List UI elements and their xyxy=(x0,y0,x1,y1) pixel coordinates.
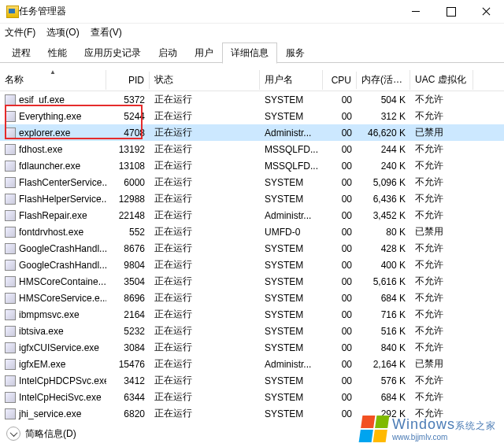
cell-user: SYSTEM xyxy=(260,341,323,355)
tab-5[interactable]: 详细信息 xyxy=(222,42,277,64)
cell-mem: 46,620 K xyxy=(357,126,410,140)
process-name: HMSCoreService.e... xyxy=(19,293,106,304)
table-row[interactable]: igfxEM.exe15476正在运行Administr...002,164 K… xyxy=(0,356,504,372)
cell-mem: 400 K xyxy=(357,258,410,272)
process-icon xyxy=(5,293,16,304)
process-icon xyxy=(5,392,16,403)
process-name: HMSCoreContaine... xyxy=(19,276,106,287)
cell-mem: 684 K xyxy=(357,390,410,405)
cell-pid: 3412 xyxy=(106,374,150,388)
process-name: jhi_service.exe xyxy=(19,408,81,419)
process-icon xyxy=(5,309,16,320)
cell-user: SYSTEM xyxy=(260,390,323,405)
cell-pid: 552 xyxy=(106,225,150,239)
table-row[interactable]: GoogleCrashHandl...8676正在运行SYSTEM00428 K… xyxy=(0,240,504,257)
cell-uac: 已禁用 xyxy=(410,224,473,240)
table-row[interactable]: IntelCpHeciSvc.exe6344正在运行SYSTEM00684 K不… xyxy=(0,389,504,405)
cell-mem: 5,096 K xyxy=(357,175,410,190)
cell-status: 正在运行 xyxy=(150,141,260,157)
tab-3[interactable]: 启动 xyxy=(150,42,186,64)
cell-mem: 840 K xyxy=(357,341,410,355)
col-name[interactable]: ▲名称 xyxy=(0,70,106,90)
menu-bar: 文件(F) 选项(O) 查看(V) xyxy=(0,24,504,41)
tab-2[interactable]: 应用历史记录 xyxy=(76,42,150,64)
table-row[interactable]: ibtsiva.exe5232正在运行SYSTEM00516 K不允许 xyxy=(0,323,504,339)
col-cpu[interactable]: CPU xyxy=(323,72,357,89)
table-row[interactable]: FlashHelperService...12988正在运行SYSTEM006,… xyxy=(0,190,504,207)
col-mem[interactable]: 内存(活动... xyxy=(357,70,410,90)
process-name: FlashCenterService... xyxy=(19,177,106,188)
minimize-button[interactable] xyxy=(398,0,433,24)
cell-status: 正在运行 xyxy=(150,174,260,190)
cell-user: Administr... xyxy=(260,126,323,140)
table-row[interactable]: HMSCoreContaine...3504正在运行SYSTEM005,616 … xyxy=(0,273,504,290)
table-row[interactable]: HMSCoreService.e...8696正在运行SYSTEM00684 K… xyxy=(0,290,504,306)
table-row[interactable]: fdhost.exe13192正在运行MSSQLFD...00244 K不允许 xyxy=(0,141,504,157)
cell-cpu: 00 xyxy=(323,275,357,289)
tab-0[interactable]: 进程 xyxy=(3,42,39,64)
cell-mem: 2,164 K xyxy=(357,357,410,371)
cell-user: MSSQLFD... xyxy=(260,142,323,157)
process-icon xyxy=(5,194,16,205)
table-row[interactable]: igfxCUIService.exe3084正在运行SYSTEM00840 K不… xyxy=(0,339,504,356)
cell-status: 正在运行 xyxy=(150,207,260,224)
process-icon xyxy=(5,111,16,122)
table-row[interactable]: explorer.exe4708正在运行Administr...0046,620… xyxy=(0,124,504,141)
menu-options[interactable]: 选项(O) xyxy=(46,26,79,39)
close-button[interactable] xyxy=(469,0,504,24)
process-icon xyxy=(5,342,16,353)
cell-uac: 不允许 xyxy=(410,91,473,108)
table-row[interactable]: FlashRepair.exe22148正在运行Administr...003,… xyxy=(0,207,504,224)
cell-cpu: 00 xyxy=(323,126,357,140)
cell-user: SYSTEM xyxy=(260,192,323,206)
tab-strip: 进程性能应用历史记录启动用户详细信息服务 xyxy=(0,42,504,63)
cell-mem: 516 K xyxy=(357,324,410,338)
table-row[interactable]: GoogleCrashHandl...9804正在运行SYSTEM00400 K… xyxy=(0,257,504,273)
process-name: ibmpmsvc.exe xyxy=(19,309,80,320)
title-bar: 任务管理器 xyxy=(0,0,504,24)
cell-cpu: 00 xyxy=(323,308,357,322)
process-icon xyxy=(5,375,16,386)
menu-file[interactable]: 文件(F) xyxy=(5,26,35,39)
cell-pid: 12988 xyxy=(106,192,150,206)
cell-user: Administr... xyxy=(260,357,323,371)
maximize-button[interactable] xyxy=(433,0,469,24)
cell-mem: 80 K xyxy=(357,225,410,239)
cell-user: SYSTEM xyxy=(260,308,323,322)
cell-status: 正在运行 xyxy=(150,405,260,422)
table-row[interactable]: FlashCenterService...6000正在运行SYSTEM005,0… xyxy=(0,174,504,190)
tab-1[interactable]: 性能 xyxy=(39,42,76,64)
col-status[interactable]: 状态 xyxy=(150,70,260,90)
cell-cpu: 00 xyxy=(323,142,357,157)
table-row[interactable]: IntelCpHDCPSvc.exe3412正在运行SYSTEM00576 K不… xyxy=(0,372,504,389)
process-icon xyxy=(5,260,16,271)
cell-pid: 6820 xyxy=(106,407,150,421)
app-icon xyxy=(6,6,19,18)
brief-info-toggle[interactable]: 简略信息(D) xyxy=(6,427,76,441)
col-uac[interactable]: UAC 虚拟化 xyxy=(410,70,473,90)
process-icon xyxy=(5,359,16,370)
cell-uac: 不允许 xyxy=(410,273,473,290)
table-header: ▲名称 PID 状态 用户名 CPU 内存(活动... UAC 虚拟化 xyxy=(0,69,504,91)
process-name: IntelCpHeciSvc.exe xyxy=(19,392,102,403)
table-row[interactable]: fdlauncher.exe13108正在运行MSSQLFD...00240 K… xyxy=(0,157,504,174)
table-row[interactable]: ibmpmsvc.exe2164正在运行SYSTEM00716 K不允许 xyxy=(0,306,504,323)
window-title: 任务管理器 xyxy=(19,5,398,18)
col-user[interactable]: 用户名 xyxy=(260,70,323,90)
table-row[interactable]: Everything.exe5244正在运行SYSTEM00312 K不允许 xyxy=(0,108,504,124)
cell-user: SYSTEM xyxy=(260,374,323,388)
process-name: igfxEM.exe xyxy=(19,359,65,370)
cell-cpu: 00 xyxy=(323,374,357,388)
cell-mem: 576 K xyxy=(357,374,410,388)
tab-4[interactable]: 用户 xyxy=(186,42,222,64)
table-row[interactable]: fontdrvhost.exe552正在运行UMFD-00080 K已禁用 xyxy=(0,224,504,240)
tab-6[interactable]: 服务 xyxy=(277,42,313,64)
menu-view[interactable]: 查看(V) xyxy=(91,26,122,39)
brief-info-label: 简略信息(D) xyxy=(25,427,76,441)
cell-user: SYSTEM xyxy=(260,109,323,124)
cell-user: MSSQLFD... xyxy=(260,159,323,173)
table-row[interactable]: esif_uf.exe5372正在运行SYSTEM00504 K不允许 xyxy=(0,91,504,108)
cell-mem: 3,452 K xyxy=(357,209,410,223)
cell-mem: 504 K xyxy=(357,93,410,107)
col-pid[interactable]: PID xyxy=(106,72,150,89)
